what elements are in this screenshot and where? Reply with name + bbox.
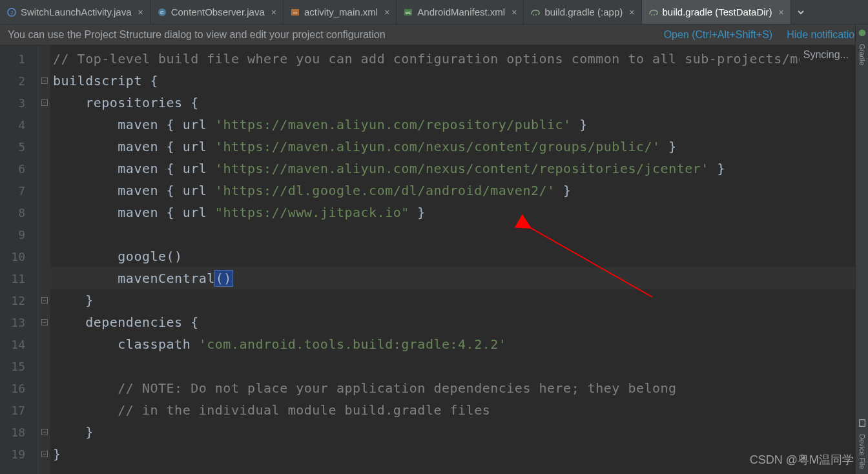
fold-marker: [39, 245, 50, 267]
fold-marker: [39, 377, 50, 399]
code-line[interactable]: }: [50, 421, 859, 443]
line-number: 18: [0, 421, 38, 443]
fold-marker: [39, 333, 50, 355]
code-line[interactable]: // NOTE: Do not place your application d…: [50, 377, 859, 399]
code-line[interactable]: classpath 'com.android.tools.build:gradl…: [50, 333, 859, 355]
line-number: 12: [0, 289, 38, 311]
open-project-structure-link[interactable]: Open (Ctrl+Alt+Shift+S): [664, 29, 773, 41]
line-number: 4: [0, 114, 38, 136]
fold-marker: [39, 48, 50, 70]
editor-tabs: JSwitchLaunchActivity.java×CContentObser…: [0, 0, 868, 25]
line-number: 16: [0, 377, 38, 399]
device-file-explorer-button[interactable]: Device File: [858, 434, 866, 469]
line-number: 8: [0, 201, 38, 223]
code-line[interactable]: dependencies {: [50, 311, 859, 333]
notification-bar: You can use the Project Structure dialog…: [0, 25, 868, 45]
close-icon[interactable]: ×: [382, 7, 389, 17]
watermark: CSDN @粤M温同学: [750, 452, 854, 468]
fold-marker: [39, 136, 50, 158]
line-number: 14: [0, 333, 38, 355]
code-line[interactable]: // in the individual module build.gradle…: [50, 399, 859, 421]
fold-marker[interactable]: −: [39, 70, 50, 92]
line-number: 11: [0, 267, 38, 289]
code-area[interactable]: // Top-level build file where you can ad…: [50, 45, 859, 474]
gradle-icon: [530, 7, 541, 17]
line-number: 3: [0, 92, 38, 114]
tab-switchlaunchactivity-java[interactable]: JSwitchLaunchActivity.java×: [0, 0, 150, 24]
line-number: 19: [0, 443, 38, 465]
code-line[interactable]: [50, 223, 859, 245]
code-line[interactable]: [50, 355, 859, 377]
hide-notification-link[interactable]: Hide notification: [787, 29, 860, 41]
line-number: 1: [0, 48, 38, 70]
svg-text:J: J: [10, 10, 13, 15]
tab-label: AndroidManifest.xml: [417, 6, 505, 17]
code-line[interactable]: buildscript {: [50, 70, 859, 92]
fold-marker: [39, 223, 50, 245]
fold-marker[interactable]: −: [39, 443, 50, 465]
code-line[interactable]: google(): [50, 245, 859, 267]
line-number: 10: [0, 245, 38, 267]
line-number: 7: [0, 180, 38, 201]
line-number-gutter: 12345678910111213141516171819: [0, 45, 39, 474]
close-icon[interactable]: ×: [509, 7, 517, 17]
close-icon[interactable]: ×: [776, 7, 784, 17]
svg-text:C: C: [160, 10, 164, 15]
code-line[interactable]: // Top-level build file where you can ad…: [50, 48, 859, 70]
line-number: 6: [0, 158, 38, 180]
tab-build-gradle-app-[interactable]: build.gradle (:app)×: [524, 0, 641, 24]
syncing-status: Syncing...: [800, 46, 852, 63]
tab-contentobserver-java[interactable]: CContentObserver.java×: [150, 0, 284, 24]
line-number: 5: [0, 136, 38, 158]
fold-marker[interactable]: −: [39, 289, 50, 311]
code-line[interactable]: repositories {: [50, 92, 859, 114]
fold-marker: [39, 158, 50, 180]
tab-build-gradle-testdatadir-[interactable]: build.gradle (TestDataDir)×: [642, 0, 791, 24]
manifest-icon: MF: [403, 7, 413, 17]
tab-overflow-button[interactable]: [791, 0, 811, 24]
svg-text:<>: <>: [293, 11, 298, 15]
tab-activity-main-xml[interactable]: <>activity_main.xml×: [284, 0, 397, 24]
code-line[interactable]: maven { url 'https://maven.aliyun.com/ne…: [50, 158, 859, 180]
code-editor[interactable]: 12345678910111213141516171819 −−−−−− // …: [0, 45, 868, 474]
fold-marker[interactable]: −: [39, 92, 50, 114]
device-file-icon: [858, 418, 867, 428]
close-icon[interactable]: ×: [269, 7, 276, 17]
code-line[interactable]: maven { url "https://www.jitpack.io" }: [50, 201, 859, 223]
close-icon[interactable]: ×: [135, 7, 143, 17]
code-line[interactable]: }: [50, 443, 859, 465]
fold-column: −−−−−−: [39, 45, 50, 474]
code-line[interactable]: maven { url 'https://maven.aliyun.com/re…: [50, 114, 859, 136]
fold-marker[interactable]: −: [39, 311, 50, 333]
fold-marker: [39, 180, 50, 201]
notification-message: You can use the Project Structure dialog…: [8, 29, 386, 41]
fold-marker: [39, 201, 50, 223]
fold-marker: [39, 355, 50, 377]
svg-text:MF: MF: [406, 11, 411, 15]
close-icon[interactable]: ×: [626, 7, 634, 17]
tab-androidmanifest-xml[interactable]: MFAndroidManifest.xml×: [397, 0, 524, 24]
code-line[interactable]: maven { url 'https://maven.aliyun.com/ne…: [50, 136, 859, 158]
java-icon: J: [6, 7, 17, 17]
class-icon: C: [157, 7, 167, 17]
fold-marker: [39, 399, 50, 421]
xml-icon: <>: [290, 7, 300, 17]
line-number: 13: [0, 311, 38, 333]
svg-point-8: [858, 30, 865, 37]
fold-marker: [39, 114, 50, 136]
right-tool-rail: Gradle Device File: [855, 25, 868, 474]
fold-marker: [39, 267, 50, 289]
line-number: 15: [0, 355, 38, 377]
gradle-tool-window-button[interactable]: Gradle: [858, 44, 866, 65]
svg-rect-9: [859, 419, 865, 426]
fold-marker[interactable]: −: [39, 421, 50, 443]
gradle-icon: [858, 28, 867, 37]
line-number: 9: [0, 223, 38, 245]
tab-label: build.gradle (:app): [544, 6, 623, 17]
code-line[interactable]: maven { url 'https://dl.google.com/dl/an…: [50, 180, 859, 201]
caret-selection: (): [215, 271, 232, 286]
line-number: 17: [0, 399, 38, 421]
tab-label: build.gradle (TestDataDir): [663, 6, 772, 17]
code-line[interactable]: }: [50, 289, 859, 311]
code-line[interactable]: mavenCentral(): [50, 267, 859, 289]
